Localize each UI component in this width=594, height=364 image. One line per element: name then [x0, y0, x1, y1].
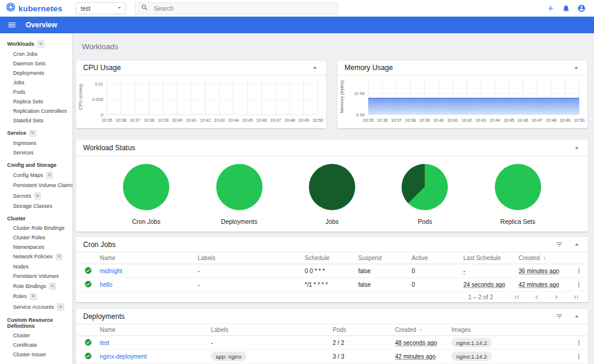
svg-text:10:48: 10:48 — [285, 118, 295, 123]
column-header-labels[interactable]: Labels — [211, 327, 333, 333]
table-pagination: 1 – 2 of 2 — [76, 292, 588, 302]
sidebar-item-storage-classes[interactable]: Storage Classes — [0, 201, 72, 211]
row-menu-button[interactable] — [575, 339, 583, 347]
svg-text:10:36: 10:36 — [116, 118, 127, 123]
workload-status-pie: Deployments — [192, 164, 285, 225]
cron-job-link[interactable]: hello — [100, 281, 112, 288]
filter-icon[interactable] — [555, 312, 563, 320]
row-menu-button[interactable] — [575, 281, 583, 289]
sidebar-item-certificate[interactable]: Certificate — [0, 340, 72, 350]
check-circle-icon — [84, 352, 92, 361]
sidebar-item-pods[interactable]: Pods — [0, 87, 72, 97]
created-cell: 48 seconds ago — [395, 340, 451, 346]
sidebar-item-cluster-roles[interactable]: Cluster Roles — [0, 233, 72, 242]
sidebar-item-replication-controllers[interactable]: Replication Controllers — [0, 106, 72, 116]
sidebar-item-services[interactable]: Services — [0, 148, 72, 157]
row-menu-button[interactable] — [575, 267, 583, 275]
sidebar-item-persistent-volume-claims[interactable]: Persistent Volume ClaimsN — [0, 181, 72, 191]
svg-text:10:49: 10:49 — [298, 118, 309, 123]
column-header-last-schedule[interactable]: Last Schedule — [463, 255, 519, 261]
last-page-button[interactable] — [572, 293, 580, 301]
column-header-name[interactable]: Name — [100, 327, 211, 333]
sidebar-item-replica-sets[interactable]: Replica Sets — [0, 97, 72, 106]
svg-text:10:49: 10:49 — [560, 118, 570, 123]
column-header-created[interactable]: Created↑ — [395, 327, 451, 333]
labels-cell: app: nginx — [211, 352, 333, 361]
pie-label: Deployments — [221, 218, 257, 225]
column-header-images[interactable]: Images — [451, 327, 569, 333]
column-header-labels[interactable]: Labels — [198, 255, 305, 261]
status-cell — [76, 267, 100, 276]
filter-icon[interactable] — [555, 240, 563, 248]
svg-text:10:35: 10:35 — [102, 118, 112, 123]
check-circle-icon — [84, 280, 92, 289]
sidebar-item-namespaces[interactable]: Namespaces — [0, 242, 72, 252]
top-bar: kubernetes test — [0, 0, 594, 17]
search-input[interactable] — [154, 5, 333, 12]
sidebar-item-network-policies[interactable]: Network PoliciesN — [0, 252, 72, 262]
user-account-button[interactable] — [577, 4, 586, 12]
column-header-schedule[interactable]: Schedule — [305, 255, 358, 261]
namespace-selector[interactable]: test — [75, 2, 126, 14]
kubernetes-dashboard: kubernetes test Overview WorkloadsNCron … — [0, 0, 594, 364]
workload-status-title: Workload Status — [83, 144, 573, 152]
workload-status-pie: Replica Sets — [472, 164, 564, 225]
sidebar-item-jobs[interactable]: Jobs — [0, 78, 72, 87]
sidebar-item-nodes[interactable]: Nodes — [0, 262, 72, 271]
cron-job-link[interactable]: midnight — [100, 268, 122, 274]
sidebar-item-config-maps[interactable]: Config MapsN — [0, 170, 72, 181]
collapse-card-button[interactable] — [572, 64, 580, 72]
kubernetes-logo[interactable]: kubernetes — [6, 2, 75, 14]
row-menu-button[interactable] — [575, 353, 583, 360]
deployment-link[interactable]: test — [100, 340, 109, 346]
sidebar-item-cluster-issuer[interactable]: Cluster Issuer — [0, 350, 72, 359]
notifications-button[interactable] — [562, 4, 570, 12]
sidebar-item-stateful-sets[interactable]: Stateful Sets — [0, 116, 72, 125]
create-resource-button[interactable] — [546, 4, 555, 12]
sidebar-section-custom-resource-definitions: Custom Resource Definitions — [0, 315, 72, 331]
svg-text:Memory (bytes): Memory (bytes) — [339, 80, 345, 113]
sidebar-item-cluster[interactable]: Cluster — [0, 331, 72, 340]
deployments-title: Deployments — [83, 312, 555, 321]
sidebar-item-daemon-sets[interactable]: Daemon Sets — [0, 59, 72, 68]
sidebar-item-service-accounts[interactable]: Service AccountsN — [0, 302, 72, 312]
previous-page-button[interactable] — [533, 293, 541, 301]
column-header-created[interactable]: Created↑ — [519, 255, 569, 261]
namespaced-badge: N — [46, 172, 53, 179]
column-header-suspend[interactable]: Suspend — [358, 255, 412, 261]
sidebar-item-role-bindings[interactable]: Role BindingsN — [0, 281, 72, 292]
sidebar-item-cluster-role-bindings[interactable]: Cluster Role Bindings — [0, 223, 72, 233]
deployment-link[interactable]: nginx-deployment — [100, 353, 147, 360]
sidebar-item-secrets[interactable]: SecretsN — [0, 191, 72, 201]
sidebar-item-ingresses[interactable]: Ingresses — [0, 138, 72, 148]
svg-text:10:45: 10:45 — [242, 118, 253, 123]
check-circle-icon — [84, 338, 92, 347]
pie-label: Pods — [418, 218, 432, 225]
column-header-name[interactable]: Name — [100, 255, 198, 261]
sort-ascending-icon: ↑ — [544, 255, 546, 261]
sidebar-item-deployments[interactable]: Deployments — [0, 68, 72, 78]
table-header-row: NameLabelsScheduleSuspendActiveLast Sche… — [76, 252, 588, 264]
menu-button[interactable] — [7, 20, 17, 30]
search-bar[interactable] — [135, 2, 339, 14]
sidebar-item-persistent-volumes[interactable]: Persistent Volumes — [0, 271, 72, 281]
first-page-button[interactable] — [513, 293, 521, 301]
table-row: test-2 / 248 seconds agonginx:1.14.2 — [76, 336, 588, 350]
namespaced-badge: N — [30, 293, 37, 300]
deployments-table: NameLabelsPodsCreated↑Imagestest-2 / 248… — [76, 324, 588, 363]
column-header-pods[interactable]: Pods — [333, 327, 395, 333]
collapse-card-button[interactable] — [573, 240, 581, 249]
column-header-active[interactable]: Active — [412, 255, 463, 261]
top-actions — [546, 4, 594, 12]
collapse-card-button[interactable] — [311, 64, 319, 72]
next-page-button[interactable] — [552, 293, 560, 301]
namespaced-badge: N — [49, 283, 56, 290]
actions-cell — [569, 339, 588, 347]
sidebar-item-roles[interactable]: RolesN — [0, 292, 72, 302]
labels-cell: - — [211, 340, 333, 346]
created-cell: 36 minutes ago — [519, 268, 569, 274]
sidebar-item-cron-jobs[interactable]: Cron Jobs — [0, 49, 72, 59]
svg-text:10:41: 10:41 — [447, 118, 458, 123]
collapse-card-button[interactable] — [573, 312, 581, 321]
collapse-card-button[interactable] — [573, 144, 581, 152]
